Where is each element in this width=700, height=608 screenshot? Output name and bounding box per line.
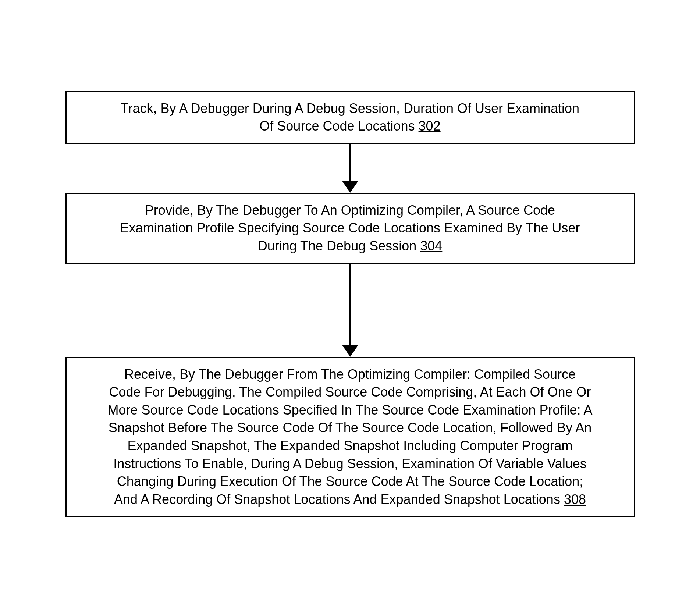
flow-step-text: Receive, By The Debugger From The Optimi…: [124, 367, 576, 382]
arrow-down-icon: [342, 264, 358, 357]
flow-step-text: Expanded Snapshot, The Expanded Snapshot…: [127, 438, 572, 453]
flow-step-text: Changing During Execution Of The Source …: [117, 474, 583, 489]
flow-step-track: Track, By A Debugger During A Debug Sess…: [65, 91, 635, 144]
arrow-head: [342, 345, 358, 357]
flow-step-ref: 308: [564, 492, 586, 507]
flowchart-container: Track, By A Debugger During A Debug Sess…: [56, 91, 644, 518]
flow-step-text: Examination Profile Specifying Source Co…: [120, 220, 580, 235]
flow-step-text: Instructions To Enable, During A Debug S…: [113, 456, 587, 471]
flow-step-ref: 304: [420, 238, 442, 253]
arrow-down-icon: [342, 144, 358, 193]
arrow-line: [349, 264, 351, 345]
flow-step-text: And A Recording Of Snapshot Locations An…: [114, 492, 564, 507]
flow-step-text: Of Source Code Locations: [259, 118, 418, 134]
flow-step-text: Snapshot Before The Source Code Of The S…: [109, 420, 591, 435]
flow-step-receive: Receive, By The Debugger From The Optimi…: [65, 357, 635, 518]
arrow-head: [342, 181, 358, 193]
flow-step-ref: 302: [419, 118, 441, 134]
arrow-line: [349, 144, 351, 181]
flow-step-text: More Source Code Locations Specified In …: [107, 402, 592, 417]
flow-step-text: During The Debug Session: [258, 238, 420, 253]
flow-step-text: Provide, By The Debugger To An Optimizin…: [145, 203, 555, 218]
flow-step-text: Track, By A Debugger During A Debug Sess…: [121, 101, 579, 116]
flow-step-provide: Provide, By The Debugger To An Optimizin…: [65, 193, 635, 264]
flow-step-text: Code For Debugging, The Compiled Source …: [109, 384, 591, 399]
